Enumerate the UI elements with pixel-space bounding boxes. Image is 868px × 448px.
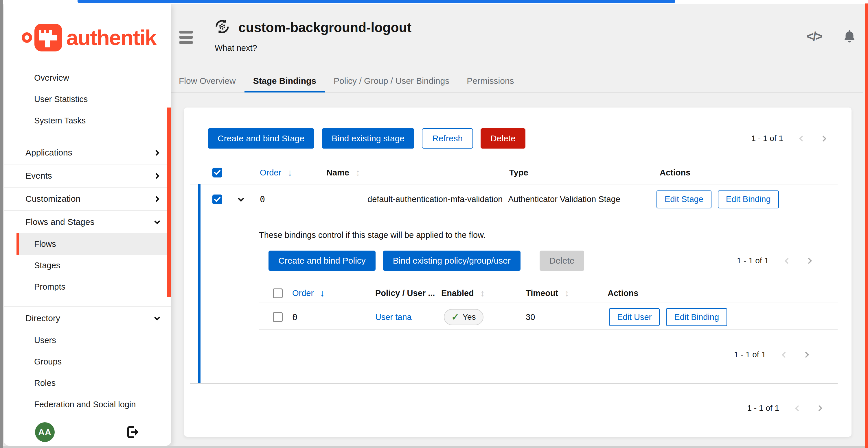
top-focus-bar bbox=[78, 0, 675, 3]
sidebar-scrollbar[interactable] bbox=[167, 107, 171, 297]
column-header-timeout[interactable]: Timeout ↕ bbox=[526, 284, 569, 303]
policy-row-checkbox[interactable] bbox=[273, 312, 283, 322]
sidebar: authentik Overview User Statistics Syste… bbox=[4, 4, 171, 446]
policy-row-order: 0 bbox=[292, 303, 298, 332]
sidebar-item-stages[interactable]: Stages bbox=[4, 255, 171, 276]
row-stage-name: default-authentication-mfa-validation bbox=[368, 184, 503, 215]
row-order-value: 0 bbox=[260, 184, 265, 215]
pagination-next-icon[interactable] bbox=[803, 351, 809, 357]
pagination-next-icon[interactable] bbox=[820, 135, 826, 141]
column-header-enabled[interactable]: Enabled ↕ bbox=[441, 284, 485, 303]
pagination-prev-icon[interactable] bbox=[795, 405, 801, 411]
tab-stage-bindings[interactable]: Stage Bindings bbox=[245, 71, 325, 93]
column-header-order[interactable]: Order ↓ bbox=[260, 161, 292, 184]
chevron-right-icon bbox=[153, 173, 159, 179]
tab-policy-group-user-bindings[interactable]: Policy / Group / User Bindings bbox=[325, 71, 458, 93]
pagination-label: 1 - 1 of 1 bbox=[734, 350, 766, 359]
flow-process-icon bbox=[214, 19, 230, 36]
sidebar-item-prompts[interactable]: Prompts bbox=[4, 276, 171, 298]
pagination-next-icon[interactable] bbox=[816, 405, 822, 411]
page-scrollbar[interactable] bbox=[865, 3, 868, 448]
delete-button[interactable]: Delete bbox=[480, 128, 525, 148]
sidebar-item-federation[interactable]: Federation and Social login bbox=[4, 394, 171, 415]
logout-icon[interactable] bbox=[125, 424, 140, 440]
row-stage-type: Authenticator Validation Stage bbox=[508, 184, 620, 215]
sort-descending-icon: ↓ bbox=[320, 288, 324, 299]
sidebar-item-groups[interactable]: Groups bbox=[4, 351, 171, 372]
tab-flow-overview[interactable]: Flow Overview bbox=[170, 71, 245, 93]
sidebar-item-events[interactable]: Events bbox=[4, 165, 171, 187]
logo-wordmark: authentik bbox=[66, 26, 156, 50]
notification-bell-icon[interactable] bbox=[842, 29, 857, 45]
row-checkbox[interactable] bbox=[212, 195, 222, 204]
pagination-next-icon[interactable] bbox=[806, 257, 812, 264]
avatar[interactable]: AA bbox=[35, 422, 55, 442]
policy-user-link[interactable]: User tana bbox=[375, 303, 412, 332]
bind-existing-policy-button[interactable]: Bind existing policy/group/user bbox=[383, 251, 521, 271]
delete-policy-button[interactable]: Delete bbox=[539, 251, 585, 271]
sidebar-item-applications[interactable]: Applications bbox=[4, 141, 171, 164]
sort-icon: ↕ bbox=[480, 288, 485, 299]
sort-descending-icon: ↓ bbox=[288, 167, 292, 178]
sidebar-item-customization[interactable]: Customization bbox=[4, 187, 171, 210]
select-all-policies-checkbox[interactable] bbox=[273, 288, 283, 298]
sidebar-item-system-tasks[interactable]: System Tasks bbox=[4, 110, 171, 131]
authentik-logo[interactable]: authentik bbox=[22, 22, 156, 54]
sort-icon: ↕ bbox=[564, 288, 569, 299]
divider bbox=[259, 330, 838, 330]
pagination-top: 1 - 1 of 1 bbox=[751, 128, 826, 148]
column-header-policy-user: Policy / User ... bbox=[375, 284, 435, 303]
collapse-row-icon[interactable] bbox=[238, 195, 245, 202]
page-title: custom-background-logout bbox=[239, 20, 411, 35]
column-header-policy-actions: Actions bbox=[608, 284, 638, 303]
column-header-name[interactable]: Name ↕ bbox=[327, 161, 360, 184]
edit-stage-button[interactable]: Edit Stage bbox=[656, 191, 711, 208]
sidebar-item-overview[interactable]: Overview bbox=[4, 67, 171, 89]
sidebar-item-users[interactable]: Users bbox=[4, 330, 171, 351]
policy-timeout-value: 30 bbox=[526, 303, 535, 332]
tab-permissions[interactable]: Permissions bbox=[458, 71, 523, 93]
sidebar-item-directory[interactable]: Directory bbox=[4, 307, 171, 330]
pagination-label: 1 - 1 of 1 bbox=[751, 134, 783, 143]
pagination-policies-top: 1 - 1 of 1 bbox=[737, 251, 811, 271]
divider bbox=[190, 383, 838, 384]
hamburger-menu-icon[interactable] bbox=[179, 31, 193, 46]
sidebar-item-flows[interactable]: Flows bbox=[17, 233, 167, 255]
pagination-bottom: 1 - 1 of 1 bbox=[747, 398, 822, 418]
edit-user-button[interactable]: Edit User bbox=[609, 308, 660, 326]
tab-bar: Flow Overview Stage Bindings Policy / Gr… bbox=[170, 71, 523, 93]
chevron-right-icon bbox=[153, 149, 159, 156]
refresh-button[interactable]: Refresh bbox=[422, 128, 473, 148]
bindings-description: These bindings control if this stage wil… bbox=[259, 230, 486, 240]
divider bbox=[259, 303, 838, 303]
pagination-prev-icon[interactable] bbox=[799, 135, 805, 141]
column-header-actions: Actions bbox=[660, 161, 690, 184]
bind-existing-stage-button[interactable]: Bind existing stage bbox=[322, 128, 414, 148]
create-and-bind-policy-button[interactable]: Create and bind Policy bbox=[269, 251, 376, 271]
check-icon: ✓ bbox=[452, 312, 459, 322]
window-bottom-edge bbox=[0, 446, 868, 448]
pagination-label: 1 - 1 of 1 bbox=[737, 256, 769, 265]
chevron-down-icon bbox=[154, 218, 160, 224]
pagination-prev-icon[interactable] bbox=[785, 257, 791, 264]
window-left-edge bbox=[0, 0, 3, 448]
column-header-policy-order[interactable]: Order ↓ bbox=[292, 284, 324, 303]
chevron-down-icon bbox=[154, 314, 160, 320]
create-and-bind-stage-button[interactable]: Create and bind Stage bbox=[208, 128, 314, 148]
logo-key-icon bbox=[34, 24, 62, 51]
divider bbox=[200, 215, 838, 215]
sidebar-nav: Overview User Statistics System Tasks Ap… bbox=[4, 67, 171, 415]
edit-binding-button[interactable]: Edit Binding bbox=[718, 191, 779, 208]
api-code-icon[interactable]: </> bbox=[807, 30, 822, 43]
page-subtitle: What next? bbox=[215, 43, 257, 53]
pagination-prev-icon[interactable] bbox=[782, 351, 788, 357]
pagination-label: 1 - 1 of 1 bbox=[747, 404, 779, 413]
sidebar-item-user-statistics[interactable]: User Statistics bbox=[4, 89, 171, 110]
select-all-checkbox[interactable] bbox=[212, 168, 222, 177]
stage-bindings-card: Create and bind Stage Bind existing stag… bbox=[184, 107, 851, 437]
sidebar-item-roles[interactable]: Roles bbox=[4, 372, 171, 394]
column-header-type: Type bbox=[509, 161, 528, 184]
sidebar-item-flows-and-stages[interactable]: Flows and Stages bbox=[4, 211, 171, 233]
logo-key-ring-icon bbox=[22, 32, 32, 43]
edit-binding-button[interactable]: Edit Binding bbox=[666, 308, 727, 326]
